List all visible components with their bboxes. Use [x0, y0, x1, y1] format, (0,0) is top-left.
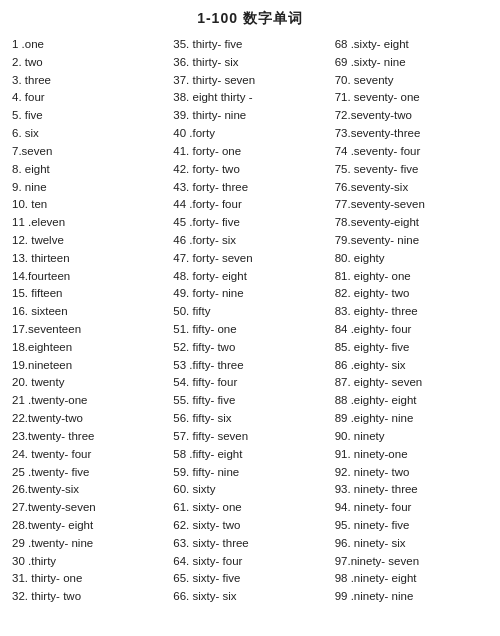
list-item: 91. ninety-one	[335, 446, 488, 464]
list-item: 73.seventy-three	[335, 125, 488, 143]
list-item: 5. five	[12, 107, 165, 125]
list-item: 75. seventy- five	[335, 161, 488, 179]
list-item: 9. nine	[12, 179, 165, 197]
list-item: 89 .eighty- nine	[335, 410, 488, 428]
page-title: 1-100 数字单词	[8, 10, 492, 28]
list-item: 57. fifty- seven	[173, 428, 326, 446]
list-item: 8. eight	[12, 161, 165, 179]
list-item: 43. forty- three	[173, 179, 326, 197]
list-item: 92. ninety- two	[335, 464, 488, 482]
list-item: 15. fifteen	[12, 285, 165, 303]
list-item: 37. thirty- seven	[173, 72, 326, 90]
list-item: 69 .sixty- nine	[335, 54, 488, 72]
list-item: 62. sixty- two	[173, 517, 326, 535]
column-2: 35. thirty- five36. thirty- six37. thirt…	[169, 36, 330, 606]
list-item: 52. fifty- two	[173, 339, 326, 357]
list-item: 60. sixty	[173, 481, 326, 499]
list-item: 79.seventy- nine	[335, 232, 488, 250]
list-item: 83. eighty- three	[335, 303, 488, 321]
list-item: 4. four	[12, 89, 165, 107]
list-item: 30 .thirty	[12, 553, 165, 571]
list-item: 2. two	[12, 54, 165, 72]
list-item: 12. twelve	[12, 232, 165, 250]
list-item: 71. seventy- one	[335, 89, 488, 107]
list-item: 44 .forty- four	[173, 196, 326, 214]
list-item: 88 .eighty- eight	[335, 392, 488, 410]
list-item: 64. sixty- four	[173, 553, 326, 571]
list-item: 53 .fifty- three	[173, 357, 326, 375]
list-item: 80. eighty	[335, 250, 488, 268]
list-item: 93. ninety- three	[335, 481, 488, 499]
list-item: 98 .ninety- eight	[335, 570, 488, 588]
list-item: 18.eighteen	[12, 339, 165, 357]
list-item: 32. thirty- two	[12, 588, 165, 606]
list-item: 95. ninety- five	[335, 517, 488, 535]
list-item: 29 .twenty- nine	[12, 535, 165, 553]
list-item: 21 .twenty-one	[12, 392, 165, 410]
list-item: 48. forty- eight	[173, 268, 326, 286]
list-item: 26.twenty-six	[12, 481, 165, 499]
list-item: 51. fifty- one	[173, 321, 326, 339]
list-item: 61. sixty- one	[173, 499, 326, 517]
list-item: 42. forty- two	[173, 161, 326, 179]
list-item: 17.seventeen	[12, 321, 165, 339]
list-item: 74 .seventy- four	[335, 143, 488, 161]
list-item: 23.twenty- three	[12, 428, 165, 446]
list-item: 87. eighty- seven	[335, 374, 488, 392]
list-item: 84 .eighty- four	[335, 321, 488, 339]
number-words-grid: 1 .one2. two3. three4. four5. five6. six…	[8, 36, 492, 606]
list-item: 49. forty- nine	[173, 285, 326, 303]
column-1: 1 .one2. two3. three4. four5. five6. six…	[8, 36, 169, 606]
column-3: 68 .sixty- eight69 .sixty- nine70. seven…	[331, 36, 492, 606]
list-item: 54. fifty- four	[173, 374, 326, 392]
list-item: 86 .eighty- six	[335, 357, 488, 375]
list-item: 66. sixty- six	[173, 588, 326, 606]
list-item: 38. eight thirty -	[173, 89, 326, 107]
list-item: 85. eighty- five	[335, 339, 488, 357]
list-item: 55. fifty- five	[173, 392, 326, 410]
list-item: 63. sixty- three	[173, 535, 326, 553]
list-item: 41. forty- one	[173, 143, 326, 161]
list-item: 56. fifty- six	[173, 410, 326, 428]
list-item: 1 .one	[12, 36, 165, 54]
list-item: 40 .forty	[173, 125, 326, 143]
list-item: 94. ninety- four	[335, 499, 488, 517]
list-item: 78.seventy-eight	[335, 214, 488, 232]
list-item: 59. fifty- nine	[173, 464, 326, 482]
list-item: 3. three	[12, 72, 165, 90]
list-item: 45 .forty- five	[173, 214, 326, 232]
list-item: 7.seven	[12, 143, 165, 161]
list-item: 72.seventy-two	[335, 107, 488, 125]
list-item: 46 .forty- six	[173, 232, 326, 250]
list-item: 27.twenty-seven	[12, 499, 165, 517]
list-item: 19.nineteen	[12, 357, 165, 375]
list-item: 22.twenty-two	[12, 410, 165, 428]
list-item: 6. six	[12, 125, 165, 143]
list-item: 36. thirty- six	[173, 54, 326, 72]
list-item: 50. fifty	[173, 303, 326, 321]
list-item: 77.seventy-seven	[335, 196, 488, 214]
list-item: 10. ten	[12, 196, 165, 214]
list-item: 96. ninety- six	[335, 535, 488, 553]
list-item: 14.fourteen	[12, 268, 165, 286]
list-item: 65. sixty- five	[173, 570, 326, 588]
list-item: 28.twenty- eight	[12, 517, 165, 535]
list-item: 31. thirty- one	[12, 570, 165, 588]
list-item: 99 .ninety- nine	[335, 588, 488, 606]
list-item: 81. eighty- one	[335, 268, 488, 286]
list-item: 39. thirty- nine	[173, 107, 326, 125]
list-item: 13. thirteen	[12, 250, 165, 268]
list-item: 82. eighty- two	[335, 285, 488, 303]
list-item: 35. thirty- five	[173, 36, 326, 54]
list-item: 20. twenty	[12, 374, 165, 392]
list-item: 16. sixteen	[12, 303, 165, 321]
list-item: 58 .fifty- eight	[173, 446, 326, 464]
list-item: 47. forty- seven	[173, 250, 326, 268]
list-item: 76.seventy-six	[335, 179, 488, 197]
list-item: 25 .twenty- five	[12, 464, 165, 482]
list-item: 24. twenty- four	[12, 446, 165, 464]
list-item: 97.ninety- seven	[335, 553, 488, 571]
list-item: 90. ninety	[335, 428, 488, 446]
list-item: 11 .eleven	[12, 214, 165, 232]
list-item: 70. seventy	[335, 72, 488, 90]
